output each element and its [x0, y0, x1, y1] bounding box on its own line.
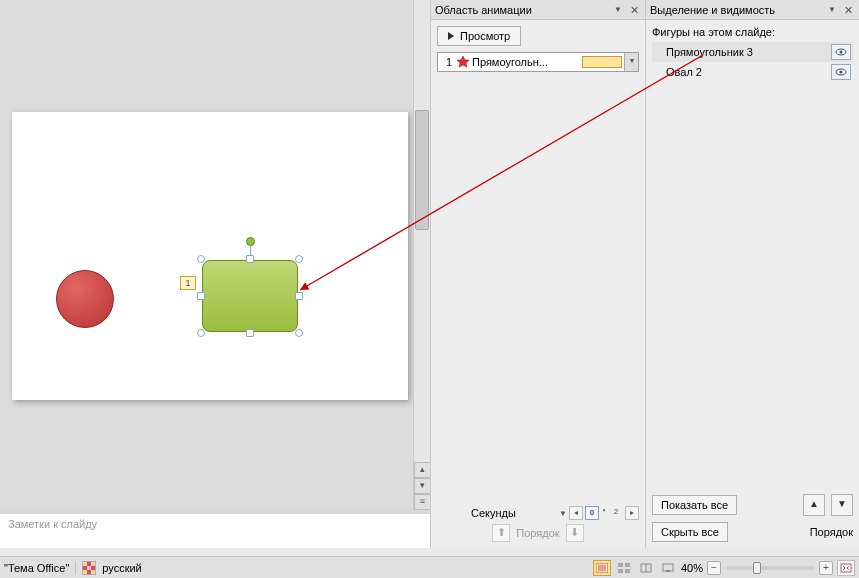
timeline-tick: 0 — [585, 506, 599, 520]
seconds-timeline: Секунды ▼ ◂ 0 ' 2 ▸ — [437, 506, 639, 520]
normal-view-button[interactable] — [593, 560, 611, 576]
resize-handle[interactable] — [246, 329, 254, 337]
panel-menu-icon[interactable]: ▼ — [611, 3, 625, 17]
visibility-toggle[interactable] — [831, 44, 851, 60]
resize-handle[interactable] — [246, 255, 254, 263]
vertical-scrollbar[interactable]: ▴ ▾ ≡ — [413, 0, 430, 510]
animation-panel-header: Область анимации ▼ ✕ — [431, 0, 645, 20]
scroll-prev-icon[interactable]: ▴ — [414, 462, 431, 478]
order-label: Порядок — [516, 527, 559, 539]
move-down-button[interactable]: ⬇ — [566, 524, 584, 542]
show-all-button[interactable]: Показать все — [652, 495, 737, 515]
theme-label[interactable]: "Тема Office" — [4, 562, 69, 574]
svg-rect-9 — [625, 563, 630, 567]
shape-name: Овал 2 — [666, 66, 831, 78]
animation-item-dropdown[interactable]: ▾ — [624, 53, 638, 71]
animation-duration-bar[interactable] — [582, 56, 622, 68]
panel-close-icon[interactable]: ✕ — [627, 3, 641, 17]
reorder-up-button[interactable]: ▲ — [803, 494, 825, 516]
animation-panel: Область анимации ▼ ✕ Просмотр 1 Прямоуго… — [430, 0, 645, 548]
preview-button-label: Просмотр — [460, 30, 510, 42]
status-bar: "Тема Office" русский 40% − + — [0, 556, 859, 578]
animation-order-controls: ⬆ Порядок ⬇ — [437, 524, 639, 542]
svg-rect-8 — [618, 563, 623, 567]
zoom-in-button[interactable]: + — [819, 561, 833, 575]
svg-rect-14 — [663, 564, 673, 571]
slide-workspace: 1 — [0, 0, 413, 510]
selection-caption: Фигуры на этом слайде: — [652, 26, 853, 38]
svg-point-2 — [840, 51, 843, 54]
shape-name: Прямоугольник 3 — [666, 46, 831, 58]
fit-to-window-button[interactable] — [837, 560, 855, 576]
resize-handle[interactable] — [197, 255, 205, 263]
timeline-tick: 2 — [609, 506, 623, 520]
scroll-split-icon[interactable]: ≡ — [414, 494, 431, 510]
seconds-dropdown-icon[interactable]: ▼ — [559, 509, 567, 518]
reorder-label: Порядок — [810, 526, 853, 538]
zoom-thumb[interactable] — [753, 562, 761, 574]
scroll-next-icon[interactable]: ▾ — [414, 478, 431, 494]
animation-item[interactable]: 1 Прямоугольн... ▾ — [438, 53, 638, 71]
svg-rect-11 — [625, 569, 630, 573]
resize-handle[interactable] — [197, 292, 205, 300]
star-effect-icon — [456, 55, 470, 69]
slide-canvas[interactable]: 1 — [12, 112, 408, 400]
selection-panel-title: Выделение и видимость — [650, 4, 823, 16]
resize-handle[interactable] — [197, 329, 205, 337]
rotation-handle[interactable] — [246, 237, 255, 246]
timeline-scroll-left[interactable]: ◂ — [569, 506, 583, 520]
animation-sequence-tag[interactable]: 1 — [180, 276, 196, 290]
animation-item-number: 1 — [438, 56, 454, 68]
eye-icon — [835, 47, 847, 57]
shape-oval[interactable] — [56, 270, 114, 328]
animation-list: 1 Прямоугольн... ▾ — [437, 52, 639, 72]
notes-placeholder: Заметки к слайду — [8, 518, 97, 530]
svg-rect-16 — [841, 564, 851, 572]
preview-button[interactable]: Просмотр — [437, 26, 521, 46]
hide-all-button[interactable]: Скрыть все — [652, 522, 728, 542]
resize-handle[interactable] — [295, 255, 303, 263]
shape-rectangle[interactable] — [202, 260, 298, 332]
svg-marker-0 — [457, 56, 469, 67]
animation-item-label: Прямоугольн... — [472, 56, 580, 68]
resize-handle[interactable] — [295, 292, 303, 300]
move-up-button[interactable]: ⬆ — [492, 524, 510, 542]
timeline-scroll-right[interactable]: ▸ — [625, 506, 639, 520]
selection-panel: Выделение и видимость ▼ ✕ Фигуры на этом… — [645, 0, 859, 548]
eye-icon — [835, 67, 847, 77]
shape-list-item[interactable]: Прямоугольник 3 — [652, 42, 853, 62]
scrollbar-thumb[interactable] — [415, 110, 429, 230]
panel-menu-icon[interactable]: ▼ — [825, 3, 839, 17]
spellcheck-icon[interactable] — [82, 561, 96, 575]
selection-panel-header: Выделение и видимость ▼ ✕ — [646, 0, 859, 20]
sorter-view-button[interactable] — [615, 560, 633, 576]
reading-view-button[interactable] — [637, 560, 655, 576]
reorder-down-button[interactable]: ▼ — [831, 494, 853, 516]
shape-list-item[interactable]: Овал 2 — [652, 62, 853, 82]
zoom-percent[interactable]: 40% — [681, 562, 703, 574]
timeline-tick-mark: ' — [601, 507, 607, 519]
resize-handle[interactable] — [295, 329, 303, 337]
svg-rect-7 — [598, 565, 606, 571]
visibility-toggle[interactable] — [831, 64, 851, 80]
shape-list: Прямоугольник 3 Овал 2 — [652, 42, 853, 82]
slideshow-view-button[interactable] — [659, 560, 677, 576]
zoom-slider[interactable] — [725, 566, 815, 570]
language-label[interactable]: русский — [102, 562, 141, 574]
animation-panel-title: Область анимации — [435, 4, 609, 16]
seconds-label: Секунды — [437, 507, 516, 519]
svg-point-4 — [840, 71, 843, 74]
play-icon — [448, 32, 454, 40]
notes-pane[interactable]: Заметки к слайду — [0, 510, 430, 548]
zoom-out-button[interactable]: − — [707, 561, 721, 575]
svg-rect-10 — [618, 569, 623, 573]
panel-close-icon[interactable]: ✕ — [841, 3, 855, 17]
